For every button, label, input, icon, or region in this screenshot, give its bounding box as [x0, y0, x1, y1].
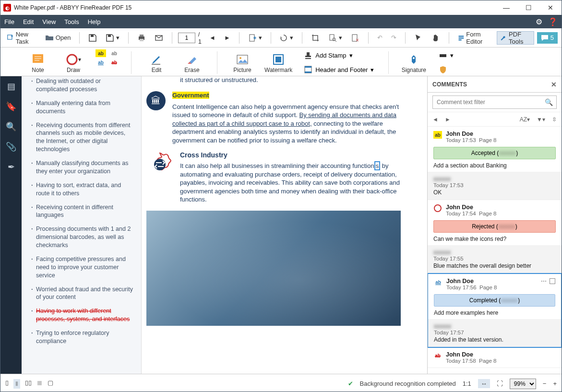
- highlight-tool[interactable]: ab: [96, 49, 106, 57]
- next-page-button[interactable]: ►: [221, 31, 233, 45]
- signature-tool[interactable]: Signature: [400, 49, 427, 76]
- comment-item[interactable]: John Doe Today 17:54 Page 8Rejected (xxx…: [428, 200, 562, 273]
- pdf-tools-button[interactable]: PDF Tools: [497, 31, 534, 45]
- add-stamp-dropdown[interactable]: Add Stamp ▾: [301, 49, 377, 62]
- form-editor-button[interactable]: Form Editor: [455, 31, 494, 45]
- checkbox[interactable]: [550, 278, 555, 284]
- close-comments-icon[interactable]: ✕: [551, 81, 557, 88]
- zoom-select[interactable]: 99%: [510, 379, 536, 389]
- text-tool-b[interactable]: ab: [109, 49, 120, 57]
- view-single-icon[interactable]: ▯: [5, 379, 9, 389]
- menu-help[interactable]: Help: [88, 18, 101, 25]
- comment-item[interactable]: ab John Doe Today 17:56 Page 8⋯Completed…: [428, 273, 562, 348]
- header-footer-dropdown[interactable]: Header and Footer ▾: [301, 64, 377, 76]
- comment-type-icon: ab: [433, 351, 442, 360]
- crop-icon: [311, 34, 320, 42]
- comment-icon: [541, 34, 549, 42]
- gear-icon[interactable]: ⚙: [536, 17, 542, 26]
- help-icon[interactable]: ❓: [548, 17, 558, 26]
- print-button[interactable]: [134, 31, 149, 45]
- prev-page-button[interactable]: ◄: [206, 31, 218, 45]
- more-icon[interactable]: ⋯: [541, 278, 547, 285]
- search-page-icon: [328, 34, 337, 42]
- underline-tool[interactable]: ab: [96, 59, 106, 66]
- comments-toggle-button[interactable]: 5: [537, 32, 558, 44]
- page-number-input[interactable]: [178, 33, 195, 43]
- comment-item[interactable]: ab John Doe Today 17:53 Page 8Accepted (…: [428, 127, 562, 200]
- save-button[interactable]: [85, 31, 100, 45]
- hand-icon: [431, 34, 440, 42]
- view-two-page-icon[interactable]: ▯▯: [25, 379, 32, 389]
- save-as-icon: [106, 34, 114, 42]
- print-icon: [137, 34, 146, 42]
- svg-rect-21: [305, 58, 311, 59]
- open-button[interactable]: Open: [42, 31, 74, 45]
- comment-list[interactable]: ab John Doe Today 17:53 Page 8Accepted (…: [428, 127, 562, 374]
- menu-file[interactable]: File: [4, 18, 14, 25]
- view-two-cont-icon[interactable]: ⫼: [36, 379, 43, 389]
- comment-author: John Doe: [446, 204, 556, 211]
- redact-dropdown[interactable]: ▾: [436, 49, 456, 62]
- new-task-icon: [7, 34, 14, 42]
- maximize-button[interactable]: ☐: [517, 0, 539, 15]
- comment-reply: xxxxxx Today 17:55 Blue matches the over…: [428, 245, 562, 273]
- draw-tool[interactable]: ▾ Draw: [60, 49, 87, 76]
- search-panel-icon[interactable]: 🔍: [6, 121, 16, 132]
- comment-status-badge: Accepted (xxxxxx): [433, 147, 556, 159]
- delete-page-button[interactable]: [348, 31, 362, 45]
- close-button[interactable]: ✕: [539, 0, 562, 15]
- filter-icon[interactable]: ▼▾: [537, 116, 545, 123]
- attachments-panel-icon[interactable]: 📎: [6, 142, 16, 152]
- collapse-icon[interactable]: ⇳: [552, 116, 557, 123]
- menu-tools[interactable]: Tools: [64, 18, 79, 25]
- save-as-button[interactable]: ▾: [103, 31, 122, 45]
- add-page-button[interactable]: ▾: [245, 31, 265, 45]
- title-bar: ◐ White Paper.pdf - ABBYY FineReader PDF…: [0, 0, 562, 15]
- search-page-button[interactable]: ▾: [325, 31, 345, 45]
- fit-width-icon[interactable]: ↔: [478, 379, 490, 388]
- wrench-icon: [500, 34, 507, 42]
- email-button[interactable]: [152, 31, 166, 45]
- ratio-label[interactable]: 1:1: [463, 380, 471, 387]
- comment-filter-input[interactable]: [432, 95, 557, 109]
- view-fullscreen-icon[interactable]: ▢: [48, 379, 53, 389]
- undo-button[interactable]: ↶: [374, 31, 385, 45]
- protect-button[interactable]: [436, 64, 456, 76]
- zoom-in-icon[interactable]: +: [553, 380, 557, 387]
- prev-comment-icon[interactable]: ◄: [432, 116, 438, 123]
- svg-rect-20: [275, 57, 281, 62]
- edit-tool[interactable]: Edit: [143, 49, 170, 76]
- picture-tool[interactable]: Picture: [229, 49, 256, 76]
- menu-view[interactable]: View: [42, 18, 56, 25]
- erase-tool[interactable]: Erase: [179, 49, 205, 76]
- sort-az-icon[interactable]: AZ▾: [520, 116, 530, 123]
- pages-panel-icon[interactable]: ▤: [7, 81, 15, 92]
- crop-button[interactable]: [308, 31, 323, 45]
- fit-page-icon[interactable]: ⛶: [497, 380, 503, 387]
- hand-button[interactable]: [429, 31, 443, 45]
- view-continuous-icon[interactable]: ⫴: [13, 379, 20, 389]
- signature-panel-icon[interactable]: ✒: [8, 162, 15, 172]
- rotate-button[interactable]: ▾: [276, 31, 296, 45]
- comment-author: John Doe: [446, 278, 537, 285]
- comment-time: Today 17:58 Page 8: [446, 358, 556, 364]
- minimize-button[interactable]: —: [495, 0, 517, 15]
- new-task-button[interactable]: New Task: [4, 31, 39, 45]
- menu-edit[interactable]: Edit: [23, 18, 34, 25]
- zoom-out-icon[interactable]: −: [543, 380, 547, 387]
- draw-icon: [66, 53, 78, 66]
- document-content[interactable]: it structured or unstructured. 🏛 Governm…: [142, 76, 427, 374]
- search-icon[interactable]: 🔍: [545, 98, 553, 106]
- next-comment-icon[interactable]: ►: [445, 116, 451, 123]
- comment-reply: xxxxxx Today 17:53 OK: [428, 172, 562, 200]
- watermark-tool[interactable]: Watermark: [264, 49, 292, 76]
- pointer-button[interactable]: [411, 31, 426, 45]
- comment-status-badge: Completed (xxxxxx): [434, 294, 555, 307]
- outline-item: Worried about fraud and the security of …: [31, 285, 133, 302]
- comment-item[interactable]: ab John Doe Today 17:58 Page 8: [428, 347, 562, 368]
- note-tool[interactable]: Note: [24, 49, 51, 76]
- page-total-label: / 1: [198, 31, 203, 45]
- strikeout-tool[interactable]: ab: [109, 59, 120, 66]
- bookmarks-panel-icon[interactable]: 🔖: [6, 101, 16, 112]
- redo-button[interactable]: ↷: [388, 31, 399, 45]
